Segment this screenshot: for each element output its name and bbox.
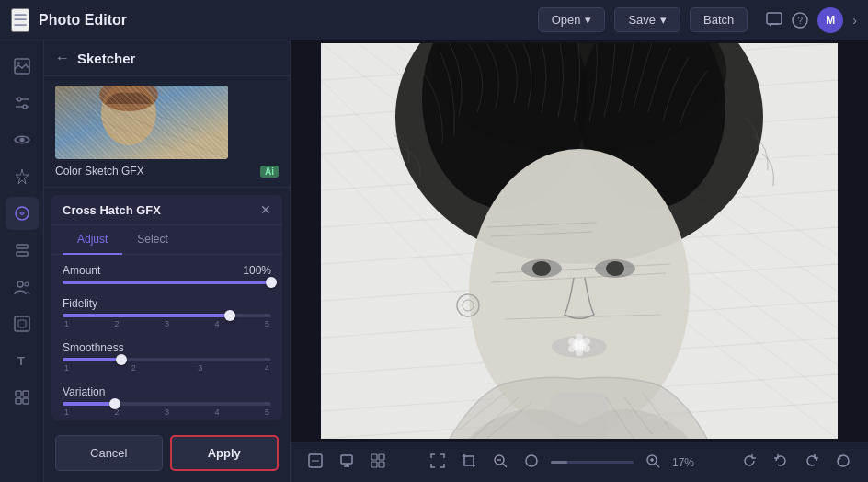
svg-rect-89 (371, 462, 377, 467)
avatar[interactable]: M (817, 7, 843, 33)
svg-point-6 (17, 98, 21, 101)
rotate-icon[interactable] (737, 450, 761, 475)
grid-icon[interactable] (366, 450, 390, 475)
variation-label: Variation (63, 385, 105, 398)
expand-icon[interactable]: › (852, 13, 857, 28)
svg-line-98 (656, 464, 659, 467)
batch-button[interactable]: Batch (690, 7, 748, 32)
svg-rect-16 (15, 316, 29, 331)
svg-point-70 (583, 345, 590, 352)
sidebar-icon-image[interactable] (6, 50, 39, 83)
svg-line-28 (55, 104, 202, 159)
smoothness-ticks: 1 2 3 4 (63, 363, 271, 373)
app-title: Photo Editor (39, 12, 127, 29)
thumbnail-image (55, 86, 228, 159)
svg-point-68 (576, 334, 583, 341)
svg-point-14 (17, 281, 23, 287)
svg-line-27 (74, 86, 228, 141)
sidebar-icon-frames[interactable] (6, 307, 39, 340)
zoom-in-icon[interactable] (641, 450, 665, 475)
svg-rect-84 (341, 455, 352, 464)
topbar-icons: ? M › (766, 7, 857, 33)
crop-icon[interactable] (457, 450, 481, 475)
sidebar-icon-people[interactable] (6, 270, 39, 304)
svg-point-94 (526, 455, 537, 466)
canvas-toolbar: 17% (291, 442, 868, 482)
svg-text:T: T (17, 354, 25, 368)
svg-point-25 (99, 86, 158, 111)
fidelity-ticks: 1 2 3 4 5 (63, 319, 271, 328)
canvas-area: 17% (291, 40, 868, 482)
amount-slider[interactable] (63, 281, 271, 284)
undo-icon[interactable] (769, 450, 793, 475)
canvas-content[interactable] (291, 40, 868, 442)
sidebar-icon-layers[interactable] (6, 234, 39, 267)
variation-ticks: 1 2 3 4 5 (63, 407, 271, 417)
svg-line-93 (503, 464, 507, 467)
effects-panel: ← Sketcher (44, 40, 291, 482)
toolbar-center: 17% (426, 450, 702, 475)
menu-icon[interactable]: ☰ (11, 8, 29, 32)
svg-rect-0 (767, 13, 782, 24)
svg-point-72 (568, 345, 576, 352)
zoom-value: 17% (672, 456, 702, 469)
svg-point-69 (583, 338, 590, 345)
svg-rect-90 (379, 462, 384, 467)
sub-panel-close-button[interactable]: ✕ (260, 202, 271, 217)
svg-rect-17 (18, 320, 26, 327)
sidebar-icon-text[interactable]: T (6, 344, 39, 377)
zoom-slider[interactable] (551, 461, 634, 464)
svg-marker-10 (16, 169, 29, 184)
svg-point-9 (19, 138, 24, 143)
layers-toolbar-icon[interactable] (303, 450, 327, 475)
chat-icon[interactable] (766, 12, 782, 29)
amount-label: Amount (63, 264, 100, 277)
fidelity-label: Fidelity (63, 297, 97, 310)
svg-point-15 (25, 282, 29, 286)
svg-rect-23 (55, 86, 228, 159)
redo-icon[interactable] (800, 450, 824, 475)
help-icon[interactable]: ? (792, 12, 808, 29)
svg-rect-21 (16, 398, 21, 404)
svg-point-65 (606, 261, 624, 276)
history-icon[interactable] (831, 450, 855, 475)
smoothness-label: Smoothness (63, 341, 124, 354)
fidelity-slider[interactable] (63, 314, 271, 317)
reset-zoom-icon[interactable] (520, 450, 543, 475)
sub-panel: Cross Hatch GFX ✕ Adjust Select Amount 1… (51, 195, 282, 420)
sidebar-icon-more[interactable] (6, 381, 39, 414)
svg-point-8 (23, 105, 27, 109)
tab-adjust[interactable]: Adjust (63, 225, 122, 255)
svg-rect-12 (17, 245, 28, 248)
svg-rect-22 (23, 398, 29, 404)
stamp-icon[interactable] (335, 450, 359, 475)
fidelity-slider-group: Fidelity 1 2 3 4 5 (63, 297, 271, 328)
svg-point-71 (576, 349, 583, 356)
svg-point-99 (838, 455, 849, 466)
panel-footer: Cancel Apply (44, 428, 290, 482)
sidebar-icon-magic[interactable] (6, 160, 39, 193)
fit-icon[interactable] (426, 450, 450, 475)
sidebar-icon-adjustments[interactable] (6, 86, 39, 120)
sketch-canvas (321, 43, 838, 439)
toolbar-left (303, 450, 390, 475)
amount-value: 100% (243, 264, 271, 277)
save-button[interactable]: Save ▾ (614, 7, 680, 32)
variation-slider-group: Variation 1 2 3 4 5 (63, 385, 271, 417)
thumbnail-area: Color Sketch GFX Ai (44, 76, 290, 188)
tab-select[interactable]: Select (122, 225, 182, 255)
svg-rect-29 (55, 86, 228, 159)
svg-rect-13 (17, 252, 28, 256)
cancel-button[interactable]: Cancel (55, 435, 163, 471)
thumbnail-label: Color Sketch GFX Ai (55, 165, 279, 178)
open-button[interactable]: Open ▾ (538, 7, 606, 32)
svg-line-26 (55, 86, 228, 159)
sidebar-icon-effects[interactable] (6, 197, 39, 230)
back-button[interactable]: ← (55, 50, 70, 66)
zoom-out-icon[interactable] (488, 450, 512, 475)
sidebar-icon-eye[interactable] (6, 123, 39, 156)
apply-button[interactable]: Apply (170, 435, 280, 471)
smoothness-slider[interactable] (63, 358, 271, 362)
variation-slider[interactable] (63, 402, 271, 406)
panel-header: ← Sketcher (44, 40, 290, 76)
